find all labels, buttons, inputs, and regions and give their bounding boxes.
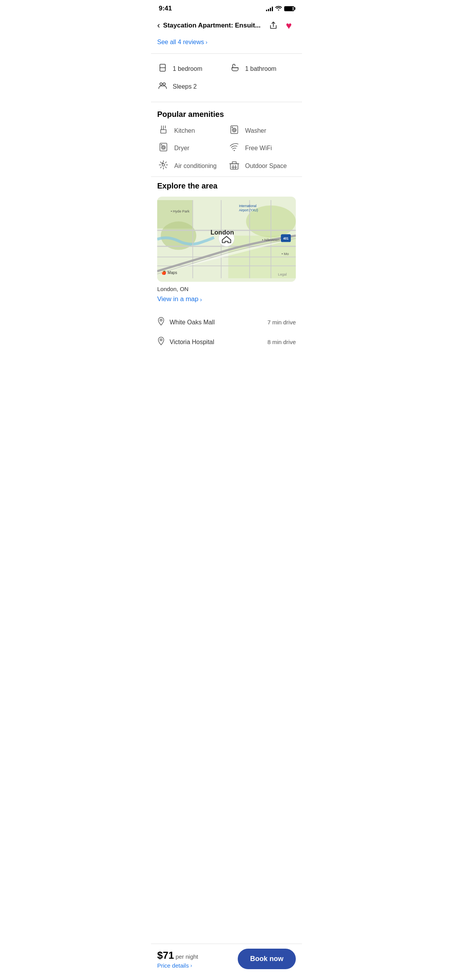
bathroom-label: 1 bathroom [245, 65, 276, 72]
reviews-text: See all 4 reviews [157, 39, 204, 46]
ac-label: Air conditioning [174, 163, 216, 170]
property-details: 1 bedroom 1 bathroom Sleeps 2 [151, 55, 302, 100]
heart-icon: ♥ [286, 20, 292, 32]
nearby-distance-2: 8 min drive [268, 339, 296, 345]
dryer-icon [157, 142, 170, 154]
sleeps-label: Sleeps 2 [173, 83, 197, 90]
svg-line-23 [160, 162, 161, 163]
page-title: Staycation Apartment: Ensuit... [163, 22, 263, 29]
svg-point-11 [233, 129, 235, 131]
svg-text:401: 401 [283, 237, 288, 240]
header-nav: ‹ Staycation Apartment: Ensuit... ♥ [151, 15, 302, 37]
svg-text:🍎 Maps: 🍎 Maps [161, 270, 177, 275]
svg-point-17 [234, 150, 235, 151]
status-bar: 9:41 [151, 0, 302, 15]
bedroom-icon [157, 63, 168, 75]
bathroom-icon [230, 63, 240, 75]
favorite-button[interactable]: ♥ [282, 19, 296, 33]
svg-line-26 [165, 162, 166, 163]
nearby-location-icon-1 [157, 317, 165, 327]
amenities-title: Popular amenities [157, 110, 296, 119]
svg-rect-27 [230, 164, 238, 169]
map-container[interactable]: 401 London • Hyde Park International Air… [157, 197, 296, 282]
divider-3 [151, 176, 302, 177]
svg-point-18 [162, 164, 165, 166]
washer-label: Washer [245, 127, 266, 134]
svg-point-56 [160, 339, 162, 341]
battery-icon [284, 6, 294, 11]
nearby-list: White Oaks Mall 7 min drive Victoria Hos… [151, 309, 302, 358]
svg-point-10 [232, 128, 236, 132]
nearby-item-1: White Oaks Mall 7 min drive [157, 312, 296, 332]
back-button[interactable]: ‹ [157, 21, 160, 31]
svg-point-14 [161, 146, 165, 149]
svg-point-16 [161, 144, 162, 145]
status-icons [266, 5, 294, 12]
svg-point-55 [160, 319, 162, 321]
svg-text:• Hyde Park: • Hyde Park [171, 209, 190, 213]
nearby-item-2: Victoria Hospital 8 min drive [157, 332, 296, 352]
amenities-section: Popular amenities Kitchen [151, 104, 302, 175]
kitchen-icon [157, 125, 170, 136]
nearby-name-1: White Oaks Mall [170, 319, 214, 326]
bathroom-detail: 1 bathroom [230, 63, 296, 75]
svg-text:London: London [211, 229, 234, 236]
kitchen-label: Kitchen [174, 127, 195, 134]
outdoor-label: Outdoor Space [245, 163, 287, 170]
dryer-label: Dryer [174, 145, 189, 152]
svg-point-5 [163, 83, 165, 85]
map-svg: 401 London • Hyde Park International Air… [157, 197, 296, 282]
bedroom-label: 1 bedroom [173, 65, 202, 72]
view-map-chevron-icon: › [200, 296, 202, 303]
share-icon [269, 21, 278, 30]
divider-2 [151, 102, 302, 102]
outdoor-icon [228, 160, 240, 172]
bedroom-detail: 1 bedroom [157, 63, 223, 75]
sleeps-icon [157, 81, 168, 93]
nearby-name-2: Victoria Hospital [170, 339, 214, 346]
amenity-ac: Air conditioning [157, 160, 225, 172]
amenity-wifi: Free WiFi [228, 142, 296, 154]
share-button[interactable] [266, 19, 280, 33]
reviews-chevron-icon: › [206, 39, 208, 45]
view-map-link[interactable]: View in a map › [157, 295, 296, 303]
amenity-washer: Washer [228, 125, 296, 136]
svg-text:Legal: Legal [278, 272, 287, 276]
nearby-location-icon-2 [157, 337, 165, 347]
svg-point-15 [163, 147, 165, 149]
svg-text:• Mo: • Mo [281, 252, 288, 256]
location-label: London, ON [157, 286, 296, 292]
washer-icon [228, 125, 240, 136]
amenity-outdoor: Outdoor Space [228, 160, 296, 172]
reviews-link[interactable]: See all 4 reviews › [151, 37, 302, 52]
divider-1 [151, 53, 302, 54]
svg-text:International: International [239, 204, 257, 208]
svg-point-4 [160, 83, 162, 85]
explore-section: Explore the area [151, 178, 302, 309]
ac-icon [157, 160, 170, 172]
signal-icon [266, 6, 273, 11]
amenity-kitchen: Kitchen [157, 125, 225, 136]
amenity-dryer: Dryer [157, 142, 225, 154]
status-time: 9:41 [159, 5, 172, 12]
svg-line-24 [165, 167, 166, 168]
sleeps-detail: Sleeps 2 [157, 81, 296, 93]
view-map-text: View in a map [157, 295, 198, 303]
svg-line-25 [160, 167, 161, 168]
explore-title: Explore the area [157, 182, 296, 190]
amenities-grid: Kitchen Washer [157, 125, 296, 172]
nearby-distance-1: 7 min drive [268, 319, 296, 326]
svg-text:Airport (YXU): Airport (YXU) [239, 209, 258, 212]
wifi-label: Free WiFi [245, 145, 272, 152]
svg-text:• Nilestown: • Nilestown [262, 238, 280, 242]
wifi-icon [275, 5, 282, 12]
svg-point-12 [232, 127, 233, 128]
wifi-amenity-icon [228, 143, 240, 153]
